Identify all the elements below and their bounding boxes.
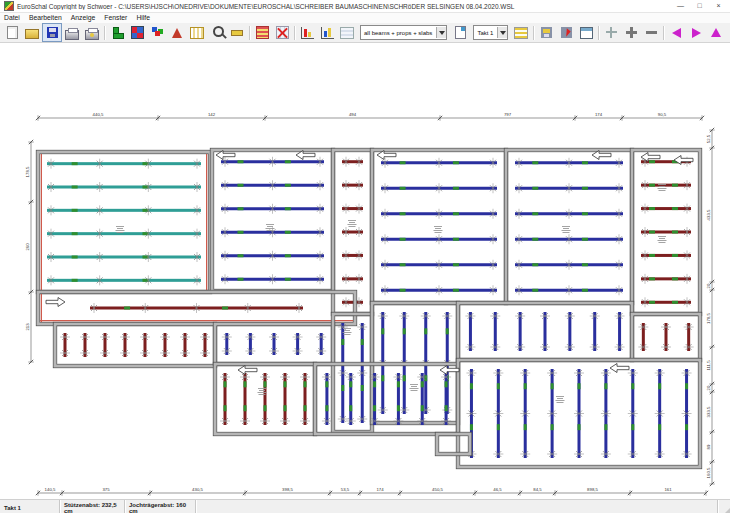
svg-text:174: 174 xyxy=(595,112,603,117)
minus-icon xyxy=(646,31,657,34)
toolbar-separator xyxy=(104,26,105,40)
svg-text:161: 161 xyxy=(664,487,672,492)
window-title: EuroSchal Copyright by Schwoer - C:\USER… xyxy=(17,3,671,10)
letter-a-icon xyxy=(172,28,182,38)
color-squares-icon xyxy=(152,27,163,38)
print-preview-icon xyxy=(85,30,99,40)
svg-text:84,5: 84,5 xyxy=(533,487,542,492)
chart-bars-icon xyxy=(301,27,314,39)
svg-text:333,5: 333,5 xyxy=(706,406,711,417)
print-preview-button[interactable] xyxy=(82,23,102,42)
grid-icon xyxy=(131,26,144,39)
annotate-button[interactable] xyxy=(167,23,187,42)
svg-text:174: 174 xyxy=(376,487,384,492)
svg-text:160,5: 160,5 xyxy=(706,467,711,478)
wall-block-icon xyxy=(112,27,123,38)
table-view-button[interactable] xyxy=(337,23,357,42)
grid-mode-button[interactable] xyxy=(127,23,147,42)
status-empty xyxy=(196,500,718,513)
zoom-button[interactable] xyxy=(207,23,227,42)
toolbar-separator xyxy=(249,26,250,40)
title-bar: EuroSchal Copyright by Schwoer - C:\USER… xyxy=(0,0,730,13)
color-mode-button[interactable] xyxy=(147,23,167,42)
plan-canvas[interactable]: 440,514249479717490,5140,5375430,5398,55… xyxy=(0,43,730,499)
toolbar-separator xyxy=(663,26,664,40)
menu-fenster[interactable]: Fenster xyxy=(104,13,127,23)
zoom-out-button[interactable] xyxy=(641,23,661,42)
window-icon xyxy=(580,27,593,39)
wall-mode-button[interactable] xyxy=(107,23,127,42)
save-layout-button[interactable] xyxy=(536,23,556,42)
status-takt: Takt 1 xyxy=(0,500,60,513)
print-button[interactable] xyxy=(62,23,82,42)
svg-text:142: 142 xyxy=(208,112,216,117)
svg-text:111,5: 111,5 xyxy=(706,360,711,371)
page-setup-button[interactable] xyxy=(450,23,470,42)
delete-list-button[interactable] xyxy=(272,23,292,42)
save-disk-icon xyxy=(47,27,58,38)
table-x-icon xyxy=(276,26,289,39)
status-jochtraegerabstand: Jochträgerabst: 160 cm xyxy=(125,500,196,513)
view-filter-value: all beams + props + slabs xyxy=(364,30,432,36)
calendar-icon xyxy=(190,27,204,39)
scroll-left-button[interactable] xyxy=(666,23,686,42)
arrow-right-icon xyxy=(692,28,701,38)
layers-button[interactable] xyxy=(511,23,531,42)
measure-button[interactable] xyxy=(227,23,247,42)
svg-text:213: 213 xyxy=(25,323,30,331)
table-red-icon xyxy=(256,26,269,39)
resize-grip[interactable] xyxy=(718,500,730,513)
beams-chart-button[interactable] xyxy=(317,23,337,42)
svg-text:53,5: 53,5 xyxy=(341,487,350,492)
save-button[interactable] xyxy=(42,23,62,42)
minimize-button[interactable]: — xyxy=(671,0,690,12)
svg-text:52,5: 52,5 xyxy=(706,134,711,143)
close-button[interactable]: × xyxy=(709,0,728,12)
svg-text:178,5: 178,5 xyxy=(25,166,30,177)
export-button[interactable] xyxy=(556,23,576,42)
svg-text:398,5: 398,5 xyxy=(282,487,293,492)
scroll-right-button[interactable] xyxy=(686,23,706,42)
open-button[interactable] xyxy=(22,23,42,42)
new-icon xyxy=(7,26,18,39)
zoom-in-button[interactable] xyxy=(621,23,641,42)
props-chart-button[interactable] xyxy=(297,23,317,42)
svg-text:375: 375 xyxy=(102,487,110,492)
svg-text:450,5: 450,5 xyxy=(432,487,443,492)
svg-text:494: 494 xyxy=(349,112,357,117)
pan-button[interactable] xyxy=(601,23,621,42)
toolbar-separator xyxy=(533,26,534,40)
scroll-up-button[interactable] xyxy=(706,23,726,42)
takt-select[interactable]: Takt 1 xyxy=(473,25,508,40)
menu-bearbeiten[interactable]: Bearbeiten xyxy=(29,13,62,23)
table-light-icon xyxy=(340,27,354,39)
toolbar: all beams + props + slabs Takt 1 xyxy=(0,23,730,43)
app-window: EuroSchal Copyright by Schwoer - C:\USER… xyxy=(0,0,730,513)
printer-icon xyxy=(65,30,79,40)
svg-text:90,5: 90,5 xyxy=(658,112,667,117)
svg-text:430,5: 430,5 xyxy=(192,487,203,492)
chevron-down-icon[interactable] xyxy=(497,27,507,38)
material-list-button[interactable] xyxy=(252,23,272,42)
view-filter-select[interactable]: all beams + props + slabs xyxy=(360,25,447,40)
menu-hilfe[interactable]: Hilfe xyxy=(136,13,150,23)
yellow-lines-icon xyxy=(514,27,528,39)
open-folder-icon xyxy=(25,29,39,39)
window-view-button[interactable] xyxy=(576,23,596,42)
arrow-left-icon xyxy=(672,28,681,38)
page-icon xyxy=(455,26,466,39)
menu-anzeige[interactable]: Anzeige xyxy=(71,13,96,23)
svg-text:797: 797 xyxy=(504,112,512,117)
scroll-down-button[interactable] xyxy=(726,23,730,42)
svg-text:433,5: 433,5 xyxy=(706,209,711,220)
chart-bars2-icon xyxy=(321,27,334,39)
schedule-button[interactable] xyxy=(187,23,207,42)
chevron-down-icon[interactable] xyxy=(436,27,446,38)
menu-datei[interactable]: Datei xyxy=(4,13,20,23)
status-stuetzenabstand: Stützenabst: 232,5 cm xyxy=(60,500,125,513)
svg-text:20: 20 xyxy=(706,385,711,390)
maximize-button[interactable]: □ xyxy=(690,0,709,12)
new-button[interactable] xyxy=(2,23,22,42)
svg-text:20: 20 xyxy=(706,283,711,288)
svg-text:178,5: 178,5 xyxy=(706,313,711,324)
